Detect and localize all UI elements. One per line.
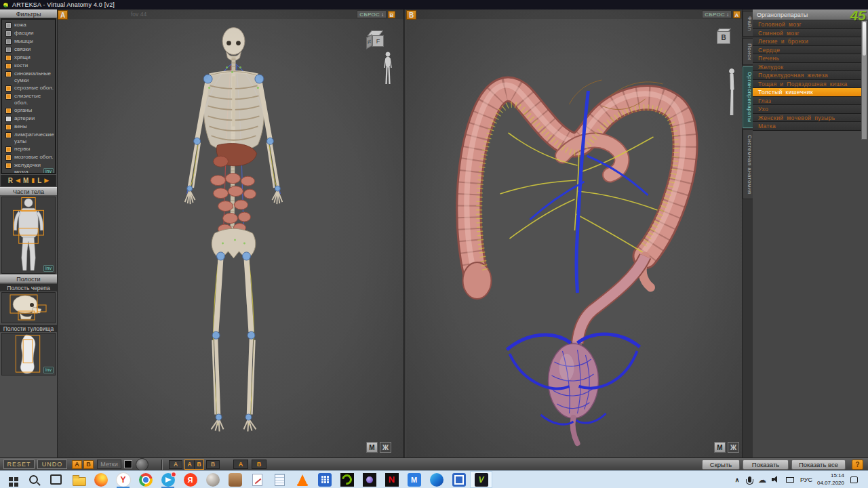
camera-taskbar-button[interactable] — [358, 471, 380, 488]
undo-button[interactable]: UNDO — [37, 460, 67, 469]
labels-button[interactable]: Метки — [97, 460, 121, 469]
tray-expand-button[interactable]: ∧ — [731, 471, 743, 488]
organ-item[interactable]: Толстый кишечник — [753, 88, 861, 97]
filter-checkbox[interactable] — [5, 94, 12, 100]
chrome-taskbar-button[interactable] — [134, 471, 157, 488]
view-a-button[interactable]: A — [72, 460, 82, 469]
reset-camera-a[interactable]: СБРОС ↓ В — [357, 10, 395, 18]
organ-item[interactable]: Тощая и Подвздошная кишка — [753, 80, 861, 89]
photos-taskbar-button[interactable] — [448, 471, 470, 488]
filter-item[interactable]: слизистые обол. — [2, 92, 55, 106]
mail-taskbar-button[interactable]: M — [403, 471, 425, 488]
netflix-taskbar-button[interactable]: N — [380, 471, 403, 488]
invert-button[interactable]: inv — [43, 168, 54, 174]
filter-item[interactable]: артерии — [2, 115, 55, 123]
filter-checkbox[interactable] — [5, 108, 12, 114]
microphone-icon[interactable] — [743, 471, 755, 488]
colon-anatomy-model[interactable] — [406, 9, 742, 458]
filter-checkbox[interactable] — [5, 39, 12, 45]
invert-selection-button[interactable]: inv — [43, 265, 54, 272]
vlc-taskbar-button[interactable] — [291, 471, 313, 488]
male-model-button[interactable]: М — [714, 442, 726, 453]
onedrive-icon[interactable]: ☁ — [755, 471, 769, 488]
nvidia-taskbar-button[interactable] — [336, 471, 358, 488]
show-all-button[interactable]: Показать все — [791, 460, 846, 470]
cube-front-face[interactable]: F — [372, 35, 384, 47]
taskbar-search-button[interactable] — [22, 471, 45, 488]
firefox-taskbar-button[interactable] — [90, 471, 112, 488]
filter-checkbox[interactable] — [5, 163, 12, 169]
middle-bar-icon[interactable]: ▮ — [31, 178, 35, 184]
organ-item[interactable]: Печень — [753, 54, 861, 63]
scrollbar-thumb[interactable] — [862, 21, 867, 56]
reset-button[interactable]: RESET — [3, 460, 35, 469]
filter-item[interactable]: фасции — [2, 29, 55, 37]
hide-button[interactable]: Скрыть — [702, 460, 740, 470]
arrow-left-icon[interactable]: ◀ — [16, 178, 20, 184]
organ-item[interactable]: Головной мозг — [753, 20, 861, 29]
organ-list-scrollbar[interactable] — [861, 20, 867, 140]
show-button[interactable]: Показать — [743, 460, 789, 470]
capture-a-button[interactable]: A — [233, 460, 248, 469]
vertical-tab[interactable]: Поиск — [743, 38, 753, 66]
view-cube[interactable]: R F — [365, 28, 387, 49]
calculator-taskbar-button[interactable] — [313, 471, 336, 488]
organ-item[interactable]: Спинной мозг — [753, 29, 861, 38]
clock[interactable]: 15:14 04.07.2020 — [815, 471, 846, 488]
filter-item[interactable]: нервы — [2, 145, 55, 153]
filter-checkbox[interactable] — [5, 155, 12, 161]
vertical-tab[interactable]: Файл — [743, 11, 753, 37]
filter-checkbox[interactable] — [5, 55, 12, 61]
skull-cavity-selector[interactable] — [1, 292, 56, 323]
yandex-taskbar-button[interactable]: Я — [179, 471, 201, 488]
organ-item[interactable]: Желудок — [753, 63, 861, 72]
filter-item[interactable]: кости — [2, 62, 55, 70]
organ-item[interactable]: Матка — [753, 122, 861, 131]
filter-item[interactable]: серозные обол. — [2, 84, 55, 92]
notification-center-button[interactable] — [846, 471, 861, 488]
male-model-button[interactable]: М — [366, 442, 378, 453]
organ-item[interactable]: Легкие и бронхи — [753, 37, 861, 46]
filter-item[interactable]: мозговые обол. — [2, 153, 55, 161]
organ-item[interactable]: Поджелудочная железа — [753, 71, 861, 80]
invert-selection-button[interactable]: inv — [43, 367, 54, 373]
organ-item[interactable]: Ухо — [753, 105, 861, 114]
wordpad-taskbar-button[interactable] — [246, 471, 269, 488]
filter-item[interactable]: желудочки мозгаinv — [2, 161, 55, 174]
filter-checkbox[interactable] — [5, 47, 12, 53]
female-model-button[interactable]: Ж — [728, 442, 739, 453]
layout-b-button[interactable]: B — [206, 460, 220, 469]
viewport-b[interactable]: B СБРОС ↓ А В М Ж — [406, 9, 742, 458]
body-parts-selector[interactable]: inv — [1, 197, 56, 274]
yandex-browser-taskbar-button[interactable]: Y — [112, 471, 134, 488]
organ-item[interactable]: Глаз — [753, 97, 861, 106]
filter-checkbox[interactable] — [5, 30, 12, 37]
task-view-button[interactable] — [45, 471, 67, 488]
organ-item[interactable]: Сердце — [753, 46, 861, 55]
layout-ab-button[interactable]: A B — [184, 460, 204, 470]
help-button[interactable]: ? — [852, 460, 863, 470]
language-indicator[interactable]: РУС — [797, 471, 815, 488]
filter-checkbox[interactable] — [5, 22, 12, 28]
trunk-cavities-selector[interactable]: inv — [1, 333, 56, 375]
arteksa-taskbar-button[interactable]: V — [470, 471, 492, 488]
full-body-anatomy-model[interactable] — [58, 9, 403, 458]
filter-item[interactable]: синовиальные сумки — [2, 70, 55, 84]
arrow-right-icon[interactable]: ▶ — [44, 178, 49, 184]
vertical-tab[interactable]: Системная анатомия — [743, 129, 753, 200]
female-model-button[interactable]: Ж — [380, 442, 391, 453]
filter-checkbox[interactable] — [5, 71, 12, 77]
organ-item[interactable]: Женский мочевой пузырь — [753, 114, 861, 123]
view-b-button[interactable]: B — [83, 460, 94, 469]
network-icon[interactable] — [783, 471, 797, 488]
cube-front-face[interactable]: В — [717, 31, 730, 44]
file-explorer-taskbar-button[interactable] — [67, 471, 90, 488]
trackball-sphere[interactable] — [136, 458, 149, 471]
filter-item[interactable]: лимфатические узлы — [2, 131, 55, 145]
filter-item[interactable]: вены — [2, 123, 55, 131]
filter-item[interactable]: связки — [2, 45, 55, 54]
filter-item[interactable]: хрящи — [2, 54, 55, 62]
reset-camera-b[interactable]: СБРОС ↓ А — [702, 10, 741, 18]
filter-checkbox[interactable] — [5, 146, 12, 152]
filter-checkbox[interactable] — [5, 85, 12, 92]
